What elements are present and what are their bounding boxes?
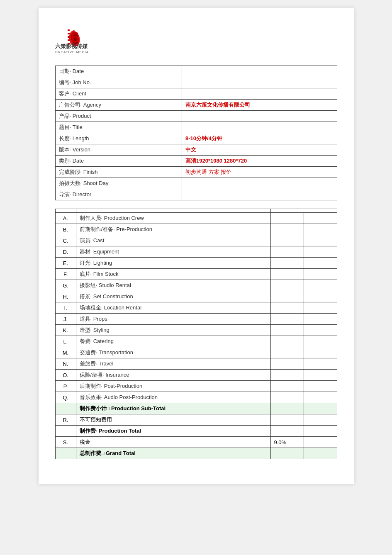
cost-val1 <box>270 336 304 347</box>
cost-desc: 交通费· Transportation <box>76 347 270 358</box>
grandtotal-item <box>55 448 76 459</box>
cost-val2 <box>304 358 337 370</box>
subtotal-val1 <box>270 403 304 414</box>
cost-val2 <box>304 213 337 224</box>
info-value: 中文 <box>182 144 337 156</box>
cost-val2 <box>304 280 337 291</box>
cost-val1 <box>270 291 304 302</box>
cost-desc: 场地租金· Location Rental <box>76 302 270 314</box>
cost-val1 <box>270 302 304 314</box>
info-label: 题目· Title <box>55 122 182 133</box>
cost-item: H. <box>55 291 76 302</box>
info-value <box>182 77 337 88</box>
grandtotal-label: 总制作费□ Grand Total <box>76 448 270 459</box>
cost-item: C. <box>55 235 76 246</box>
cost-val2 <box>304 235 337 246</box>
grandtotal-val2 <box>304 448 337 459</box>
cost-val1 <box>270 258 304 269</box>
cost-desc: 摄影组· Studio Rental <box>76 280 270 291</box>
cost-item: J. <box>55 314 76 325</box>
info-value <box>182 66 337 77</box>
r-desc: 不可预知费用 <box>76 414 270 426</box>
info-label: 导演· Director <box>55 189 182 200</box>
cost-item: F. <box>55 269 76 280</box>
svg-rect-0 <box>68 29 70 31</box>
cost-row: H.搭景· Set Construction <box>55 291 337 302</box>
cost-item: A. <box>55 213 76 224</box>
info-value: 初步沟通 方案 报价 <box>182 167 337 178</box>
col-summary <box>76 209 270 213</box>
cost-val2 <box>304 314 337 325</box>
cost-desc: 造型· Styling <box>76 325 270 336</box>
cost-val1 <box>270 392 304 403</box>
cost-desc: 道具· Props <box>76 314 270 325</box>
tax-item: S. <box>55 437 76 448</box>
cost-desc: 前期制作/准备· Pre-Production <box>76 224 270 235</box>
svg-rect-3 <box>68 39 70 41</box>
cost-row: O.保险/杂项· Insurance <box>55 370 337 381</box>
cost-item: O. <box>55 370 76 381</box>
cost-desc: 保险/杂项· Insurance <box>76 370 270 381</box>
cost-row: P.后期制作· Post-Production <box>55 381 337 392</box>
total-label: 制作费· Production Total <box>76 426 270 437</box>
page: 6 六策影视传媒 CREATIVE MEDIA 日期· Date编号· Job … <box>39 8 354 484</box>
cost-val2 <box>304 381 337 392</box>
cost-val1 <box>270 370 304 381</box>
col-item <box>55 209 76 213</box>
cost-item: G. <box>55 280 76 291</box>
company-logo: 6 六策影视传媒 CREATIVE MEDIA <box>55 25 93 54</box>
tax-val1: 9.0% <box>270 437 304 448</box>
subtotal-val2 <box>304 403 337 414</box>
cost-val2 <box>304 269 337 280</box>
cost-row: Q.音乐效果· Audio Post-Production <box>55 392 337 403</box>
cost-val1 <box>270 325 304 336</box>
cost-row: K.造型· Styling <box>55 325 337 336</box>
r-val2 <box>304 414 337 426</box>
info-label: 日期· Date <box>55 66 182 77</box>
cost-row: B.前期制作/准备· Pre-Production <box>55 224 337 235</box>
tax-desc: 税金 <box>76 437 270 448</box>
info-label: 产品· Product <box>55 111 182 122</box>
cost-item: I. <box>55 302 76 314</box>
cost-val2 <box>304 224 337 235</box>
svg-rect-2 <box>68 36 70 38</box>
info-table: 日期· Date编号· Job No.客户· Client广告公司· Agenc… <box>55 66 337 200</box>
cost-val2 <box>304 302 337 314</box>
info-label: 客户· Client <box>55 88 182 100</box>
info-label: 拍摄天数· Shoot Day <box>55 178 182 189</box>
total-row: 制作费· Production Total <box>55 426 337 437</box>
info-value: 南京六策文化传播有限公司 <box>182 100 337 111</box>
subtotal-label: 制作费小计□ Production Sub-Total <box>76 403 270 414</box>
cost-desc: 音乐效果· Audio Post-Production <box>76 392 270 403</box>
cost-val1 <box>270 235 304 246</box>
cost-row: E.灯光· Lighting <box>55 258 337 269</box>
header: 6 六策影视传媒 CREATIVE MEDIA <box>55 25 337 56</box>
cost-row: I.场地租金· Location Rental <box>55 302 337 314</box>
info-value: 8-10分钟/4分钟 <box>182 133 337 144</box>
info-value <box>182 88 337 100</box>
cost-item: L. <box>55 336 76 347</box>
subtotal-row: 制作费小计□ Production Sub-Total <box>55 403 337 414</box>
cost-desc: 搭景· Set Construction <box>76 291 270 302</box>
subtotal-item <box>55 403 76 414</box>
tax-row: S.税金9.0% <box>55 437 337 448</box>
cost-desc: 餐费· Catering <box>76 336 270 347</box>
cost-val2 <box>304 336 337 347</box>
cost-table: A.制作人员· Production CrewB.前期制作/准备· Pre-Pr… <box>55 209 337 459</box>
cost-row: J.道具· Props <box>55 314 337 325</box>
cost-item: P. <box>55 381 76 392</box>
tax-val2 <box>304 437 337 448</box>
info-label: 版本· Version <box>55 144 182 156</box>
cost-desc: 底片· Film Stock <box>76 269 270 280</box>
cost-desc: 器材· Equipment <box>76 246 270 258</box>
cost-val2 <box>304 392 337 403</box>
info-label: 完成阶段· Finish <box>55 167 182 178</box>
cost-val1 <box>270 381 304 392</box>
info-label: 类别· Date <box>55 156 182 167</box>
cost-item: K. <box>55 325 76 336</box>
info-value <box>182 189 337 200</box>
cost-val1 <box>270 224 304 235</box>
cost-item: N. <box>55 358 76 370</box>
cost-row: L.餐费· Catering <box>55 336 337 347</box>
cost-val1 <box>270 246 304 258</box>
